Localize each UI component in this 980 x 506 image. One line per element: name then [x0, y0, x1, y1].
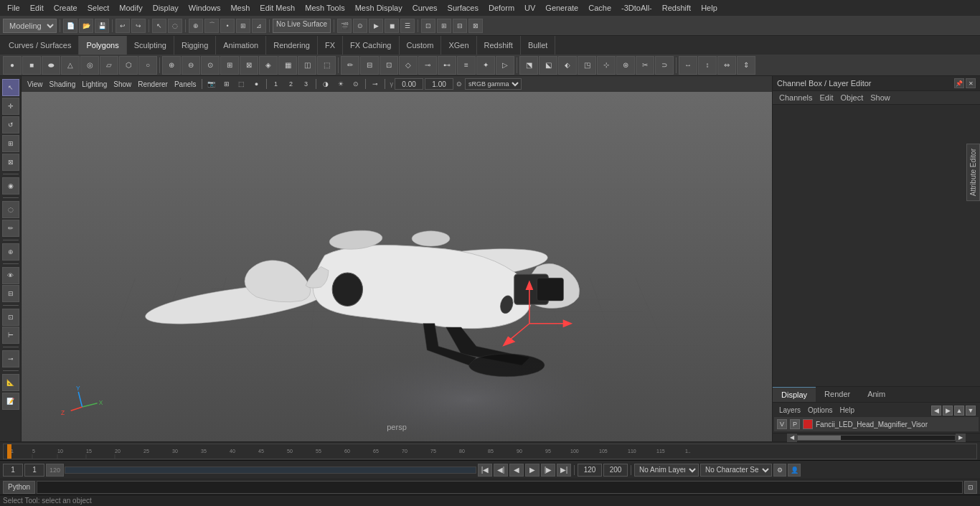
shelf-bevel[interactable]: ◇ — [399, 56, 418, 75]
tab-animation[interactable]: Animation — [216, 36, 266, 55]
anim-settings-icon[interactable]: ⚙ — [773, 464, 786, 477]
layer-color-swatch[interactable] — [803, 419, 813, 429]
shelf-sel3[interactable]: ⬖ — [558, 56, 577, 75]
new-icon[interactable]: 📄 — [63, 19, 77, 33]
render-icon[interactable]: 🎬 — [337, 19, 352, 33]
cb-object-btn[interactable]: Object — [838, 93, 865, 103]
cb-channels-btn[interactable]: Channels — [777, 93, 814, 103]
undo-icon[interactable]: ↩ — [116, 19, 130, 33]
total-end-input[interactable] — [603, 464, 628, 477]
select-icon[interactable]: ↖ — [152, 19, 166, 33]
move-tool-btn[interactable]: ✛ — [2, 98, 19, 115]
scroll-track[interactable] — [797, 435, 956, 441]
tab-polygons[interactable]: Polygons — [79, 36, 126, 55]
shelf-mirror[interactable]: ⊞ — [220, 56, 239, 75]
vp-panels-btn[interactable]: Panels — [171, 80, 199, 89]
shelf-poke[interactable]: ✦ — [476, 56, 495, 75]
jump-start-btn[interactable]: |◀ — [478, 464, 492, 477]
menu-file[interactable]: File — [3, 2, 24, 14]
python-run-icon[interactable]: ⊡ — [964, 481, 977, 494]
render3-icon[interactable]: ◼ — [385, 19, 399, 33]
tab-rigging[interactable]: Rigging — [174, 36, 216, 55]
shelf-platonic[interactable]: ⬡ — [119, 56, 138, 75]
layer-scroll-up[interactable]: ▲ — [954, 406, 964, 416]
vp-show-btn[interactable]: Show — [110, 80, 134, 89]
layer-scroll-right[interactable]: ▶ — [943, 406, 953, 416]
shelf-subdiv[interactable]: ▦ — [278, 56, 297, 75]
start-frame-input[interactable] — [24, 464, 44, 477]
step-fwd-btn[interactable]: |▶ — [541, 464, 555, 477]
tab-sculpting[interactable]: Sculpting — [127, 36, 174, 55]
vp-res3-icon[interactable]: 3 — [299, 77, 314, 91]
vp-grid-icon[interactable]: ⊞ — [220, 77, 234, 91]
snap-to-view-icon[interactable]: ⊞ — [236, 19, 250, 33]
menu-edit-mesh[interactable]: Edit Mesh — [255, 2, 299, 14]
current-frame-input[interactable] — [3, 464, 23, 477]
vp-renderer-btn[interactable]: Renderer — [135, 80, 171, 89]
tab-redshift[interactable]: Redshift — [477, 36, 521, 55]
tab-curves-surfaces[interactable]: Curves / Surfaces — [1, 36, 79, 55]
python-tab[interactable]: Python — [3, 481, 35, 494]
playback-slider[interactable] — [65, 467, 476, 474]
step-back-btn[interactable]: ◀| — [494, 464, 508, 477]
shelf-transform[interactable]: ⊹ — [597, 56, 616, 75]
shelf-plane[interactable]: ▱ — [100, 56, 118, 75]
shelf-sel4[interactable]: ◳ — [578, 56, 596, 75]
shelf-extrude[interactable]: ⬚ — [317, 56, 336, 75]
shelf-flip2[interactable]: ⇕ — [737, 56, 755, 75]
ipr-icon[interactable]: ▶ — [369, 19, 383, 33]
scroll-thumb[interactable] — [798, 436, 841, 440]
transform2-btn[interactable]: ⊢ — [2, 327, 19, 344]
ui-icon1[interactable]: ⊡ — [421, 19, 435, 33]
layers-scrollbar[interactable]: ◀ ▶ — [773, 433, 980, 441]
menu-surfaces[interactable]: Surfaces — [443, 2, 483, 14]
rotate-tool-btn[interactable]: ↺ — [2, 116, 19, 133]
lasso-select-btn[interactable]: ◌ — [2, 201, 19, 218]
save-icon[interactable]: 💾 — [95, 19, 109, 33]
snap-icon2[interactable]: ⊿ — [252, 19, 266, 33]
shelf-separate[interactable]: ⊖ — [182, 56, 200, 75]
tab-custom[interactable]: Custom — [400, 36, 442, 55]
menu-redshift[interactable]: Redshift — [658, 2, 695, 14]
3d-scene[interactable]: X Y Z persp — [22, 92, 772, 441]
snap-to-grid-icon[interactable]: ⊕ — [189, 19, 203, 33]
layers-menu-options[interactable]: Options — [806, 406, 834, 416]
tab-fx-caching[interactable]: FX Caching — [343, 36, 399, 55]
vp-shaded-icon[interactable]: ● — [250, 77, 264, 91]
vp-lighting-btn[interactable]: Lighting — [79, 80, 110, 89]
shelf-pipe[interactable]: ○ — [138, 56, 157, 75]
vp-res2-icon[interactable]: 2 — [284, 77, 298, 91]
menu-modify[interactable]: Modify — [115, 2, 146, 14]
snap-to-curve-icon[interactable]: ⌒ — [204, 19, 219, 33]
render4-icon[interactable]: ☰ — [400, 19, 415, 33]
ui-icon3[interactable]: ⊟ — [453, 19, 467, 33]
tab-fx[interactable]: FX — [318, 36, 343, 55]
paint-select-btn[interactable]: ✏ — [2, 220, 19, 237]
live-surface-btn[interactable]: No Live Surface — [273, 19, 331, 33]
colorspace-icon[interactable]: ⊙ — [455, 77, 463, 91]
scale-tool-btn[interactable]: ⊞ — [2, 135, 19, 152]
shelf-insert-loop[interactable]: ⊟ — [360, 56, 379, 75]
vp-shading-btn[interactable]: Shading — [47, 80, 79, 89]
rt-tab-render[interactable]: Render — [816, 387, 859, 402]
measure-btn[interactable]: 📐 — [2, 374, 19, 391]
play-back-btn[interactable]: ◀ — [509, 464, 524, 477]
scroll-left-btn[interactable]: ◀ — [787, 434, 797, 442]
shelf-smooth[interactable]: ⊙ — [201, 56, 220, 75]
vp-camera-icon[interactable]: 📷 — [204, 77, 219, 91]
vp-aa-icon[interactable]: ⊙ — [349, 77, 363, 91]
show-hide-btn[interactable]: 👁 — [2, 267, 19, 284]
ui-icon4[interactable]: ⊠ — [468, 19, 483, 33]
shelf-bool[interactable]: ⊠ — [240, 56, 258, 75]
layer-scroll-down[interactable]: ▼ — [966, 406, 976, 416]
soft-select-btn[interactable]: ◉ — [2, 177, 19, 195]
vp-view-btn[interactable]: View — [24, 80, 46, 89]
shelf-select-comp[interactable]: ⬔ — [519, 56, 538, 75]
menu-deform[interactable]: Deform — [484, 2, 519, 14]
menu-uv[interactable]: UV — [520, 2, 540, 14]
shelf-fill[interactable]: ◫ — [298, 56, 316, 75]
shelf-sym1[interactable]: ↔ — [679, 56, 697, 75]
layer-scroll-left[interactable]: ◀ — [931, 406, 941, 416]
shelf-combine[interactable]: ⊕ — [162, 56, 181, 75]
viewport[interactable]: View Shading Lighting Show Renderer Pane… — [22, 76, 772, 441]
